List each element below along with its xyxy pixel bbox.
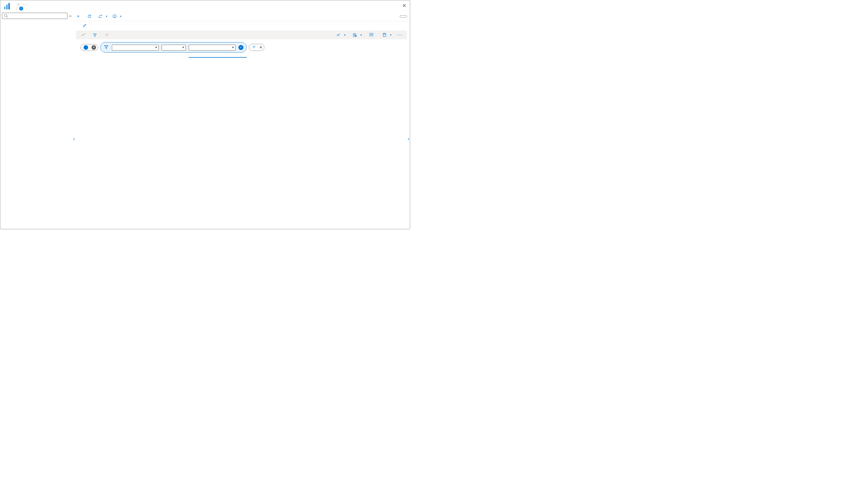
apply-splitting-button[interactable] xyxy=(102,32,113,38)
share-button[interactable]: ▾ xyxy=(98,14,107,18)
alert-icon xyxy=(369,33,373,37)
split-by-chip[interactable]: ✕ xyxy=(249,44,265,51)
property-select[interactable] xyxy=(112,45,159,51)
svg-rect-0 xyxy=(4,6,6,9)
line-chart-icon xyxy=(336,33,341,37)
svg-point-3 xyxy=(4,15,7,17)
svg-rect-2 xyxy=(8,3,10,9)
close-icon[interactable]: ✕ xyxy=(402,3,406,9)
operator-select[interactable] xyxy=(161,45,186,51)
sidebar: « xyxy=(0,11,73,226)
svg-line-10 xyxy=(356,36,357,37)
save-icon xyxy=(382,33,387,37)
add-metric-button[interactable] xyxy=(79,32,89,38)
search-input[interactable] xyxy=(2,13,67,19)
split-icon xyxy=(252,45,256,50)
resource-icon xyxy=(84,45,88,50)
filter-icon xyxy=(93,33,97,37)
pane-expand-right-icon[interactable]: › xyxy=(408,136,409,142)
metric-toolbar: ▾ ▾ ▾ ··· xyxy=(76,31,407,39)
values-dropdown[interactable] xyxy=(189,57,247,58)
logs-icon xyxy=(353,33,357,37)
favorite-star-icon[interactable]: ☆ xyxy=(17,2,20,6)
info-icon: i xyxy=(19,6,23,10)
refresh-button[interactable] xyxy=(87,14,93,18)
svg-rect-1 xyxy=(6,4,8,9)
edit-title-icon[interactable] xyxy=(83,24,87,28)
new-chart-button[interactable]: ＋ xyxy=(76,13,82,19)
share-icon xyxy=(98,14,102,18)
chart-type-button[interactable]: ▾ xyxy=(334,32,348,38)
sidebar-collapse-icon[interactable]: « xyxy=(69,13,71,18)
pane-collapse-left-icon[interactable]: ‹ xyxy=(73,136,75,142)
remove-metric-icon[interactable]: ✕ xyxy=(92,45,96,50)
metrics-logo-icon xyxy=(3,2,11,10)
directory-label: i xyxy=(19,6,24,10)
chart-legend xyxy=(73,222,410,226)
svg-point-6 xyxy=(114,16,114,16)
refresh-icon xyxy=(87,14,92,18)
add-filter-button[interactable] xyxy=(91,32,101,38)
filter-icon xyxy=(103,45,109,50)
toolbar-more-icon[interactable]: ··· xyxy=(396,32,404,38)
header-more-icon[interactable]: ··· xyxy=(23,2,28,6)
metric-chip[interactable]: ✕ xyxy=(81,44,98,51)
remove-split-icon[interactable]: ✕ xyxy=(259,45,262,50)
new-alert-button[interactable] xyxy=(366,32,378,38)
svg-point-5 xyxy=(113,15,116,18)
chart-canvas[interactable] xyxy=(78,57,405,221)
add-metric-icon xyxy=(81,33,85,37)
chart-toolbar: ＋ ▾ ▾ xyxy=(73,11,410,21)
save-dashboard-button[interactable]: ▾ xyxy=(380,32,394,38)
time-range-picker[interactable] xyxy=(400,15,407,18)
split-icon xyxy=(105,33,109,37)
filter-editor: ✓ xyxy=(100,42,247,53)
drill-logs-button[interactable]: ▾ xyxy=(350,32,365,38)
values-select[interactable] xyxy=(189,45,236,51)
apply-filter-icon[interactable]: ✓ xyxy=(238,45,244,50)
chart-title xyxy=(73,21,410,31)
feedback-button[interactable]: ▾ xyxy=(113,14,121,18)
svg-point-7 xyxy=(115,16,116,16)
svg-line-4 xyxy=(7,17,8,18)
smiley-icon xyxy=(113,14,117,18)
svg-rect-12 xyxy=(384,33,385,34)
search-icon xyxy=(4,14,8,18)
header: ☆ ··· | i ✕ xyxy=(0,0,410,11)
